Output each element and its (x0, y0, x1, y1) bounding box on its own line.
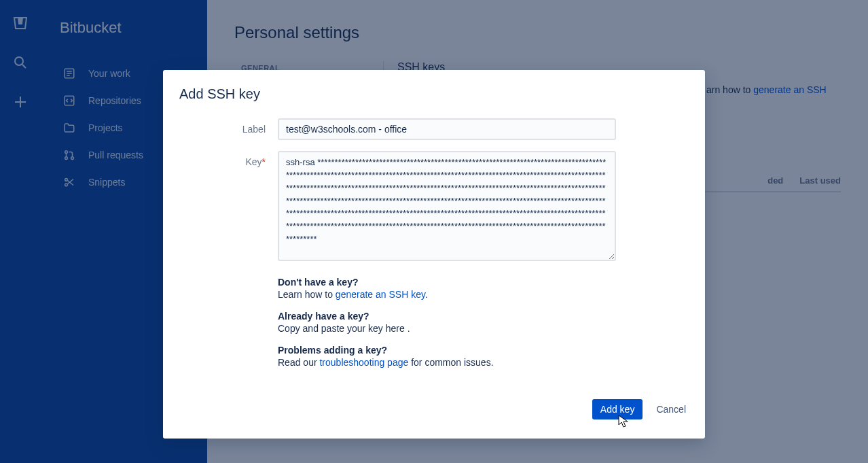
modal-footer: Add key Cancel (592, 399, 686, 419)
help-a1: Learn how to generate an SSH key. (278, 289, 689, 300)
label-input[interactable] (278, 118, 616, 140)
help-q3: Problems adding a key? (278, 345, 689, 356)
cancel-button[interactable]: Cancel (656, 404, 686, 415)
label-field-label: Label (179, 118, 278, 140)
modal-title: Add SSH key (179, 86, 689, 102)
add-key-button[interactable]: Add key (592, 399, 643, 419)
add-ssh-key-modal: Add SSH key Label Key* Don't have a key?… (163, 70, 705, 439)
help-q2: Already have a key? (278, 311, 689, 322)
key-field-label: Key* (179, 151, 278, 263)
key-textarea[interactable] (278, 151, 616, 261)
troubleshooting-link[interactable]: troubleshooting page (319, 357, 408, 368)
generate-ssh-key-link[interactable]: generate an SSH key (336, 289, 425, 300)
modal-help: Don't have a key? Learn how to generate … (179, 277, 689, 368)
help-a2: Copy and paste your key here . (278, 323, 689, 334)
help-q1: Don't have a key? (278, 277, 689, 288)
help-a3: Read our troubleshooting page for common… (278, 357, 689, 368)
